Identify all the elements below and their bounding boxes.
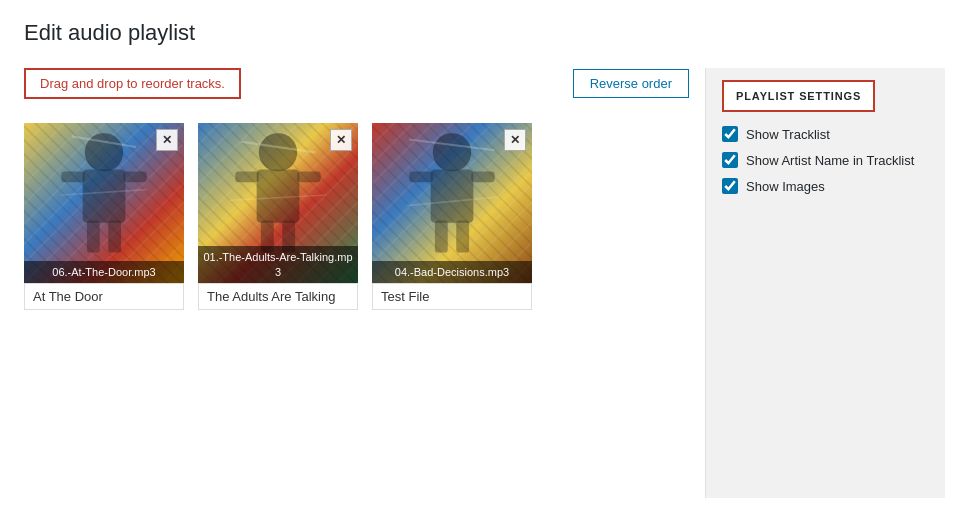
track-card: ✕ 06.-At-The-Door.mp3	[24, 123, 184, 310]
svg-rect-1	[83, 169, 126, 222]
svg-rect-2	[61, 172, 84, 183]
svg-rect-3	[123, 172, 146, 183]
track-name-input[interactable]	[198, 283, 358, 310]
show-tracklist-label[interactable]: Show Tracklist	[746, 127, 830, 142]
art-figure-svg	[40, 131, 168, 259]
tracks-list: ✕ 06.-At-The-Door.mp3	[24, 123, 689, 310]
setting-show-images: Show Images	[722, 178, 929, 194]
show-images-checkbox[interactable]	[722, 178, 738, 194]
track-card: ✕ 04.-Bad-Decisions.mp3	[372, 123, 532, 310]
show-tracklist-checkbox[interactable]	[722, 126, 738, 142]
track-card: ✕ 01.-The-Adults-Are-Talking.mp3	[198, 123, 358, 310]
remove-track-button[interactable]: ✕	[156, 129, 178, 151]
show-artist-label[interactable]: Show Artist Name in Tracklist	[746, 153, 914, 168]
show-artist-checkbox[interactable]	[722, 152, 738, 168]
track-thumbnail-wrap: ✕ 06.-At-The-Door.mp3	[24, 123, 184, 283]
svg-point-16	[433, 133, 471, 171]
svg-rect-20	[435, 221, 448, 253]
sidebar: PLAYLIST SETTINGS Show Tracklist Show Ar…	[705, 68, 945, 498]
svg-rect-19	[471, 172, 494, 183]
tracks-section: Drag and drop to reorder tracks. Reverse…	[24, 68, 689, 498]
track-filename: 06.-At-The-Door.mp3	[24, 261, 184, 283]
track-thumbnail-wrap: ✕ 01.-The-Adults-Are-Talking.mp3	[198, 123, 358, 283]
show-images-label[interactable]: Show Images	[746, 179, 825, 194]
reverse-order-button[interactable]: Reverse order	[573, 69, 689, 98]
playlist-settings-title: PLAYLIST SETTINGS	[722, 80, 875, 112]
svg-rect-17	[431, 169, 474, 222]
art-figure-svg	[214, 131, 342, 259]
svg-point-8	[259, 133, 297, 171]
svg-rect-5	[108, 221, 121, 253]
remove-track-button[interactable]: ✕	[504, 129, 526, 151]
track-filename: 04.-Bad-Decisions.mp3	[372, 261, 532, 283]
page-title: Edit audio playlist	[24, 20, 945, 46]
svg-rect-21	[456, 221, 469, 253]
svg-rect-18	[409, 172, 432, 183]
track-name-input[interactable]	[372, 283, 532, 310]
track-filename: 01.-The-Adults-Are-Talking.mp3	[198, 246, 358, 283]
setting-show-artist: Show Artist Name in Tracklist	[722, 152, 929, 168]
drag-hint: Drag and drop to reorder tracks.	[24, 68, 241, 99]
svg-rect-10	[235, 172, 258, 183]
track-thumbnail-wrap: ✕ 04.-Bad-Decisions.mp3	[372, 123, 532, 283]
remove-track-button[interactable]: ✕	[330, 129, 352, 151]
content-area: Drag and drop to reorder tracks. Reverse…	[24, 68, 945, 498]
main-content: Edit audio playlist Drag and drop to reo…	[0, 0, 969, 518]
top-bar: Drag and drop to reorder tracks. Reverse…	[24, 68, 689, 99]
art-figure-svg	[388, 131, 516, 259]
page-wrap: Edit audio playlist Drag and drop to reo…	[0, 0, 969, 518]
svg-rect-11	[297, 172, 320, 183]
setting-show-tracklist: Show Tracklist	[722, 126, 929, 142]
svg-rect-4	[87, 221, 100, 253]
track-name-input[interactable]	[24, 283, 184, 310]
